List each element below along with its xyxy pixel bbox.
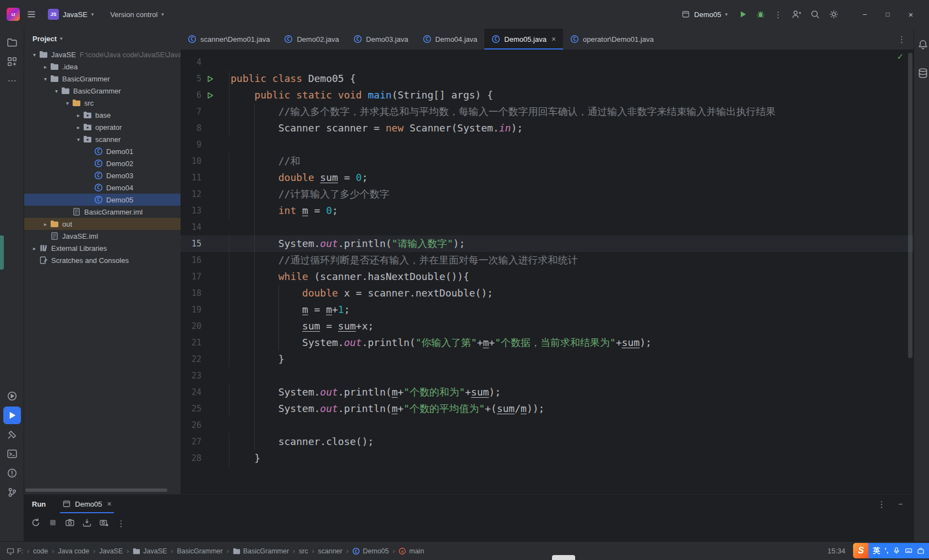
breadcrumb-item-basicgrammer[interactable]: BasicGrammer — [177, 547, 222, 555]
maximize-button[interactable]: □ — [876, 6, 899, 23]
tree-item-src[interactable]: ▾src — [24, 97, 181, 109]
code-line-19[interactable]: 19 m = m+1; — [181, 301, 914, 318]
tree-item-demo01[interactable]: CDemo01 — [24, 145, 181, 157]
code-line-27[interactable]: 27 scanner.close(); — [181, 433, 914, 450]
breadcrumb-item-java-code[interactable]: Java code — [58, 547, 89, 555]
breadcrumb-item-src[interactable]: src — [299, 547, 308, 555]
code-line-17[interactable]: 17 while (scanner.hasNextDouble()){ — [181, 268, 914, 285]
hide-tool-window-icon[interactable]: − — [896, 499, 905, 508]
code-line-10[interactable]: 10 //和 — [181, 153, 914, 169]
breadcrumb-item-javase[interactable]: JavaSE — [133, 547, 167, 555]
code-line-15[interactable]: 15 System.out.println("请输入数字"); — [181, 235, 914, 252]
chevron-right-icon[interactable]: ▸ — [41, 64, 50, 70]
code-line-23[interactable]: 23 — [181, 367, 914, 384]
minimize-button[interactable]: − — [853, 6, 876, 23]
code-line-25[interactable]: 25 System.out.println(m+"个数的平均值为"+(sum/m… — [181, 400, 914, 417]
close-button[interactable]: × — [899, 6, 922, 23]
import-dump-button[interactable] — [82, 518, 92, 529]
sogou-logo-icon[interactable]: S — [853, 543, 868, 558]
editor-tab-demo02-java[interactable]: CDemo02.java — [277, 29, 346, 50]
project-horizontal-scrollbar[interactable] — [25, 488, 167, 492]
project-tool-button[interactable] — [3, 34, 21, 51]
code-line-14[interactable]: 14 — [181, 219, 914, 235]
code-line-21[interactable]: 21 System.out.println("你输入了第"+m+"个数据，当前求… — [181, 334, 914, 351]
more-tool-windows-button[interactable]: ⋯ — [3, 72, 21, 90]
ime-language-toggle[interactable]: 英 — [873, 546, 880, 556]
ime-toolbar[interactable]: S 英 ’, — [853, 543, 929, 558]
code-with-me-icon[interactable] — [791, 9, 801, 19]
tree-item-base[interactable]: ▸base — [24, 109, 181, 121]
code-line-28[interactable]: 28 } — [181, 450, 914, 466]
breadcrumb-item-demo05[interactable]: CDemo05 — [352, 547, 389, 555]
code-line-7[interactable]: 7 //输入多个数字，并求其总和与平均数，每输入一个数字用回车确认，通过输入非数… — [181, 103, 914, 120]
run-more-button[interactable]: ⋮ — [116, 519, 126, 529]
search-everywhere-icon[interactable] — [810, 9, 820, 19]
run-tool-button[interactable] — [3, 407, 21, 424]
tool-window-drag-handle[interactable] — [0, 235, 4, 270]
code-line-13[interactable]: 13 int m = 0; — [181, 202, 914, 219]
chevron-down-icon[interactable]: ▾ — [74, 136, 83, 142]
tree-item-external-libraries[interactable]: ▸External Libraries — [24, 242, 181, 254]
vcs-widget[interactable]: Version control ▾ — [105, 8, 169, 21]
code-line-24[interactable]: 24 System.out.println(m+"个数的和为"+sum); — [181, 384, 914, 400]
chevron-down-icon[interactable]: ▾ — [30, 52, 39, 58]
version-control-tool-button[interactable] — [3, 484, 21, 501]
code-line-18[interactable]: 18 double x = scanner.nextDouble(); — [181, 285, 914, 301]
editor-tab-demo05-java[interactable]: CDemo05.java× — [484, 29, 563, 50]
tree-item-javase-iml[interactable]: JavaSE.iml — [24, 230, 181, 242]
terminal-tool-button[interactable] — [3, 445, 21, 463]
code-line-11[interactable]: 11 double sum = 0; — [181, 169, 914, 186]
run-panel-options-icon[interactable]: ⋮ — [877, 499, 886, 508]
breadcrumb-item-javase[interactable]: JavaSE — [99, 547, 123, 555]
ime-keyboard-icon[interactable] — [905, 547, 912, 554]
tree-item-javase[interactable]: ▾JavaSEF:\code\Java code\JavaSE\JavaS — [24, 48, 181, 61]
tree-item-operator[interactable]: ▸operator — [24, 121, 181, 133]
capture-settings-button[interactable] — [99, 518, 109, 529]
structure-tool-button[interactable] — [3, 53, 21, 70]
problems-tool-button[interactable] — [3, 464, 21, 482]
code-line-12[interactable]: 12 //计算输入了多少个数字 — [181, 186, 914, 202]
code-line-20[interactable]: 20 sum = sum+x; — [181, 318, 914, 334]
inspections-ok-icon[interactable]: ✓ — [897, 52, 904, 62]
tree-item-out[interactable]: ▸out — [24, 218, 181, 230]
editor-tab-demo03-java[interactable]: CDemo03.java — [346, 29, 416, 50]
editor-scrollbar[interactable] — [908, 53, 912, 358]
project-widget[interactable]: JS JavaSE ▾ — [43, 6, 99, 23]
tab-options-icon[interactable]: ⋮ — [898, 35, 914, 44]
run-config-widget[interactable]: Demo05 ▾ — [681, 10, 728, 19]
chevron-right-icon[interactable]: ▸ — [74, 112, 83, 118]
build-tool-button[interactable] — [3, 426, 21, 443]
code-line-22[interactable]: 22 } — [181, 351, 914, 367]
debug-button[interactable] — [756, 10, 765, 19]
chevron-right-icon[interactable]: ▸ — [41, 221, 50, 227]
tree-item-demo05[interactable]: CDemo05 — [24, 194, 181, 206]
code-line-16[interactable]: 16 //通过循环判断是否还有输入，并在里面对每一次输入进行求和统计 — [181, 252, 914, 268]
settings-icon[interactable] — [829, 9, 839, 19]
code-line-26[interactable]: 26 — [181, 417, 914, 433]
run-button[interactable] — [739, 10, 747, 19]
ime-punctuation-toggle[interactable]: ’, — [884, 547, 888, 554]
chevron-down-icon[interactable]: ▾ — [41, 76, 50, 82]
code-line-5[interactable]: 5public class Demo05 { — [181, 70, 914, 87]
chevron-down-icon[interactable]: ▾ — [63, 100, 72, 106]
code-line-8[interactable]: 8 Scanner scanner = new Scanner(System.i… — [181, 120, 914, 136]
run-line-icon[interactable] — [201, 70, 218, 87]
notifications-button[interactable] — [914, 36, 929, 53]
main-menu-icon[interactable] — [26, 9, 36, 19]
editor-tab-operator-demo01-java[interactable]: Coperator\Demo01.java — [563, 29, 661, 50]
tree-item-scanner[interactable]: ▾scanner — [24, 133, 181, 145]
editor-tab-scanner-demo01-java[interactable]: Cscanner\Demo01.java — [181, 29, 277, 50]
tree-item-basicgrammer[interactable]: ▾BasicGrammer — [24, 73, 181, 85]
tree-item-demo04[interactable]: CDemo04 — [24, 182, 181, 194]
chevron-right-icon[interactable]: ▸ — [30, 245, 39, 251]
editor[interactable]: 45public class Demo05 {6 public static v… — [181, 50, 914, 494]
code-line-6[interactable]: 6 public static void main(String[] args)… — [181, 87, 914, 103]
ime-toolbox-icon[interactable] — [917, 547, 925, 554]
close-run-tab-icon[interactable]: × — [107, 499, 111, 508]
more-actions-icon[interactable]: ⋮ — [774, 10, 783, 19]
database-tool-button[interactable] — [914, 64, 929, 82]
stop-button[interactable] — [48, 518, 58, 529]
services-tool-button[interactable] — [3, 387, 21, 405]
breadcrumb-item-f[interactable]: F: — [7, 547, 23, 555]
tree-item-demo03[interactable]: CDemo03 — [24, 169, 181, 182]
